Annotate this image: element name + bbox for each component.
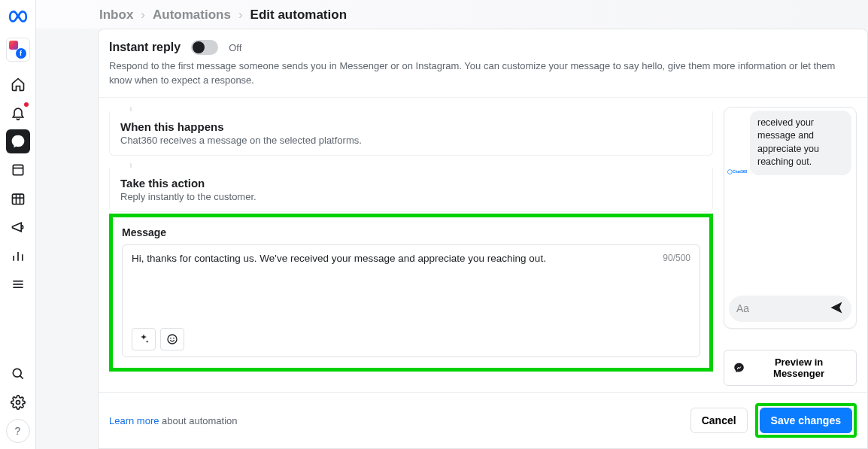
panel-description: Respond to the first message someone sen…	[109, 59, 846, 88]
svg-point-12	[13, 369, 21, 377]
nav-inbox[interactable]	[6, 129, 30, 153]
message-label: Message	[122, 226, 700, 238]
nav-search[interactable]	[6, 362, 30, 386]
personalize-button[interactable]	[132, 328, 156, 350]
nav-settings[interactable]	[6, 390, 30, 414]
chevron-right-icon: ›	[238, 8, 243, 23]
app-switcher[interactable]: f	[6, 38, 30, 62]
panel-title: Instant reply	[109, 41, 181, 54]
panel: Instant reply Off Respond to the first m…	[98, 29, 868, 449]
section-when-title: When this happens	[120, 120, 702, 133]
meta-logo[interactable]	[7, 6, 29, 29]
section-action-title: Take this action	[120, 177, 702, 190]
send-icon	[829, 300, 844, 317]
section-action-sub: Reply instantly to the customer.	[120, 191, 702, 202]
svg-line-13	[20, 376, 23, 379]
panel-header: Instant reply Off Respond to the first m…	[99, 29, 867, 98]
svg-rect-2	[12, 194, 23, 204]
preview-in-messenger-button[interactable]: Preview in Messenger	[724, 350, 857, 386]
preview-composer-placeholder: Aa	[736, 302, 823, 314]
nav-planner[interactable]	[6, 187, 30, 211]
preview-button-label: Preview in Messenger	[751, 356, 847, 379]
nav-notifications[interactable]	[6, 101, 30, 125]
message-highlight-box: Message 90/500	[109, 214, 713, 372]
svg-rect-0	[13, 165, 23, 174]
learn-more-link[interactable]: Learn more	[109, 415, 159, 426]
breadcrumb-current: Edit automation	[250, 8, 347, 23]
preview-bubble: received your message and appreciate you…	[750, 111, 851, 175]
emoji-icon	[166, 333, 178, 345]
instant-reply-toggle[interactable]	[191, 40, 218, 55]
notification-dot-icon	[24, 102, 29, 107]
svg-point-16	[170, 338, 171, 339]
emoji-button[interactable]	[160, 328, 184, 350]
messenger-icon	[733, 362, 745, 374]
breadcrumb-automations[interactable]: Automations	[153, 8, 231, 23]
preview-avatar: ◯Chat360	[729, 168, 745, 175]
content-area: Inbox › Automations › Edit automation In…	[36, 0, 868, 449]
nav-home[interactable]	[6, 72, 30, 96]
svg-point-14	[16, 401, 20, 405]
svg-point-15	[168, 335, 177, 344]
preview-composer: Aa	[729, 296, 851, 322]
panel-footer: Learn more about automation Cancel Save …	[99, 392, 867, 448]
toggle-state-label: Off	[229, 42, 241, 53]
breadcrumb: Inbox › Automations › Edit automation	[36, 0, 868, 29]
message-input-wrap: 90/500	[122, 244, 700, 357]
chevron-right-icon: ›	[141, 8, 145, 23]
message-textarea[interactable]	[132, 253, 690, 322]
phone-preview: ◯Chat360 received your message and appre…	[724, 107, 857, 329]
sparkle-icon	[138, 333, 150, 345]
nav-ads[interactable]	[6, 215, 30, 239]
char-count: 90/500	[663, 253, 690, 263]
save-changes-button[interactable]: Save changes	[760, 408, 852, 433]
nav-insights[interactable]	[6, 244, 30, 268]
nav-menu[interactable]	[6, 272, 30, 296]
save-highlight: Save changes	[755, 403, 857, 438]
svg-point-17	[173, 338, 175, 339]
section-when: When this happens Chat360 receives a mes…	[109, 111, 713, 156]
nav-content[interactable]	[6, 158, 30, 182]
nav-help[interactable]: ?	[6, 419, 30, 443]
section-action: Take this action Reply instantly to the …	[109, 168, 713, 212]
cancel-button[interactable]: Cancel	[690, 408, 748, 433]
breadcrumb-inbox[interactable]: Inbox	[99, 8, 133, 23]
section-when-sub: Chat360 receives a message on the select…	[120, 135, 702, 146]
learn-more-text: Learn more about automation	[109, 415, 238, 426]
left-rail: f	[0, 0, 36, 449]
